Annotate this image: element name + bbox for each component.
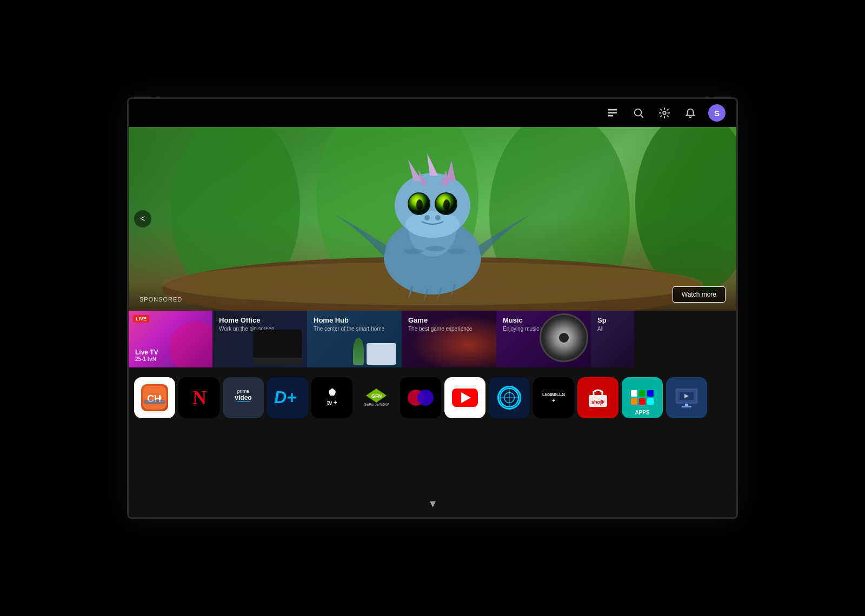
svg-point-25 (424, 215, 430, 220)
top-bar: S (129, 99, 736, 127)
svg-rect-2 (608, 115, 613, 117)
sponsored-label: SPONSORED (139, 296, 182, 303)
category-row: LIVE Live TV 25-1 tvN Home Office Work o… (129, 311, 736, 367)
game-sub: The best game experience (408, 326, 472, 332)
app-cast[interactable] (666, 377, 707, 418)
app-netflix[interactable]: N (178, 377, 219, 418)
app-disney-plus[interactable]: D+ (267, 377, 308, 418)
settings-icon[interactable] (656, 105, 673, 121)
home-hub-scene (353, 338, 396, 365)
disney-plus-logo: D+ (271, 381, 304, 414)
sansar-logo (497, 386, 521, 410)
ch-plus-icon: CH + (141, 384, 168, 411)
app-apps[interactable]: APPS (622, 377, 663, 418)
masterclass-logo (408, 390, 434, 406)
svg-text:tv: tv (601, 399, 605, 404)
watch-more-button[interactable]: Watch more (673, 286, 726, 303)
svg-point-5 (663, 111, 666, 115)
app-apple-tv[interactable]: tv + (311, 377, 352, 418)
prev-button[interactable]: < (134, 210, 151, 227)
music-scene (540, 313, 588, 362)
down-arrow[interactable]: ▾ (430, 497, 436, 511)
svg-point-24 (443, 199, 450, 210)
tv-frame: S (127, 97, 738, 519)
home-hub-label: Home Hub (314, 316, 349, 324)
apps-label: APPS (622, 410, 663, 416)
app-shoptv[interactable]: shop tv (577, 377, 618, 418)
home-office-label: Home Office (219, 316, 261, 324)
lesmills-logo: LESMILLS + (542, 392, 565, 404)
bell-icon[interactable] (682, 105, 698, 121)
search-icon[interactable] (630, 105, 647, 121)
sports-label: Sp (597, 316, 607, 324)
apps-row: CH + N prime video ▔▔▔▔ D+ (129, 372, 736, 423)
guide-icon[interactable] (604, 105, 621, 121)
nvidia-geforce-logo: GFN GeForce NOW (364, 389, 389, 406)
svg-point-26 (435, 215, 441, 220)
svg-rect-49 (685, 404, 688, 406)
svg-rect-1 (608, 112, 617, 113)
svg-line-4 (641, 115, 643, 117)
live-badge: LIVE (133, 315, 149, 323)
cat-tile-game[interactable]: Game The best game experience (402, 311, 496, 367)
cat-tile-home-hub[interactable]: Home Hub The center of the smart home (307, 311, 402, 367)
svg-point-23 (416, 199, 423, 210)
cat-tile-music[interactable]: Music Enjoying music on TV (496, 311, 591, 367)
prime-video-logo: prime video ▔▔▔▔ (235, 389, 251, 406)
app-ch-plus[interactable]: CH + (134, 377, 175, 418)
app-prime-video[interactable]: prime video ▔▔▔▔ (223, 377, 264, 418)
apps-icon (631, 390, 654, 405)
live-tv-label: Live TV 25-1 tvN (135, 349, 158, 362)
app-youtube[interactable] (444, 377, 485, 418)
youtube-logo (452, 389, 478, 407)
cast-logo (673, 384, 700, 411)
svg-rect-34 (144, 400, 165, 404)
cat-tile-home-office[interactable]: Home Office Work on the big screen (212, 311, 307, 367)
sports-sub: All (597, 326, 603, 332)
app-masterclass[interactable] (400, 377, 441, 418)
apple-tv-logo: tv + (327, 389, 337, 406)
home-hub-sub: The center of the smart home (314, 326, 384, 332)
svg-text:GFN: GFN (371, 393, 382, 399)
cat-tile-live-tv[interactable]: LIVE Live TV 25-1 tvN (129, 311, 212, 367)
user-avatar[interactable]: S (708, 104, 726, 122)
app-nvidia-geforce[interactable]: GFN GeForce NOW (356, 377, 397, 418)
shoptv-logo: shop tv (584, 384, 611, 411)
app-sansar[interactable] (489, 377, 530, 418)
hero-banner: SPONSORED Watch more < (129, 127, 736, 311)
game-label: Game (408, 316, 428, 324)
svg-text:D+: D+ (274, 387, 297, 407)
netflix-logo: N (192, 386, 205, 409)
music-label: Music (503, 316, 523, 324)
cat-tile-sports[interactable]: Sp All (591, 311, 634, 367)
svg-point-9 (635, 127, 736, 294)
app-lesmills[interactable]: LESMILLS + (533, 377, 574, 418)
svg-rect-0 (608, 109, 617, 111)
home-office-scene (253, 330, 302, 365)
